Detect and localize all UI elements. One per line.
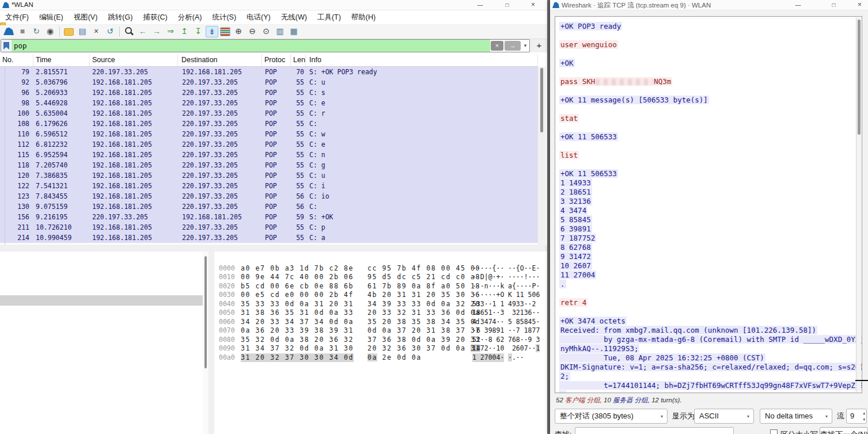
packet-row[interactable]: 985.446928192.168.181.205220.197.33.205P… xyxy=(0,98,538,108)
menu-go[interactable]: 跳转(G) xyxy=(103,10,138,25)
packet-row[interactable]: 925.036796192.168.181.205220.197.33.205P… xyxy=(0,77,538,87)
hex-row[interactable]: 009031 34 37 32 0d 0a 31 3020 32 36 30 3… xyxy=(214,336,546,345)
maximize-icon[interactable]: □ xyxy=(494,0,520,10)
menu-analyze[interactable]: 分析(A) xyxy=(173,10,207,25)
hex-row[interactable]: 005031 38 36 35 31 0d 0a 3320 33 32 31 3… xyxy=(214,300,546,309)
filter-clear-icon[interactable]: × xyxy=(491,41,503,51)
delta-times-select[interactable]: No delta times ▾ xyxy=(760,409,832,424)
hex-row[interactable]: 001000 9e 44 7c 40 00 2b 0695 d5 dc c5 2… xyxy=(214,264,546,273)
case-sensitive-checkbox[interactable] xyxy=(770,429,778,434)
hex-row[interactable]: 0000a0 e7 0b a3 1d 7b c2 8ecc 95 7b 4f 0… xyxy=(214,255,546,264)
column-time[interactable]: Time xyxy=(33,54,90,66)
title-bar[interactable]: *WLAN — □ × xyxy=(0,0,547,10)
zoom-original-icon[interactable]: ⊙ xyxy=(260,26,272,37)
packet-row[interactable]: 1106.596512192.168.181.205220.197.33.205… xyxy=(0,129,538,139)
hex-row[interactable]: 00a031 20 32 37 30 30 34 0d0a 2e 0d 0a1 … xyxy=(214,344,546,353)
vertical-splitter[interactable] xyxy=(209,252,214,434)
detail-row[interactable]: >Ethernet II, Src: c2:8e:cc:95:7b:4f (c2… xyxy=(0,264,203,275)
detail-row[interactable]: 4 3474\r\n xyxy=(0,347,203,357)
go-last-packet-icon[interactable]: ↧ xyxy=(192,26,204,37)
minimize-icon[interactable]: — xyxy=(467,0,493,10)
scrollbar-thumb[interactable] xyxy=(540,68,543,132)
menu-view[interactable]: 视图(V) xyxy=(69,10,103,25)
column-info[interactable]: Info xyxy=(306,54,538,66)
colorize-icon[interactable] xyxy=(220,27,230,36)
find-next-button[interactable]: 查找下一个(N) xyxy=(820,427,868,434)
reload-file-icon[interactable]: ↺ xyxy=(104,26,116,37)
filter-apply-icon[interactable]: → xyxy=(505,41,521,51)
detail-row[interactable]: 8 62768\r\n xyxy=(0,389,203,399)
packet-row[interactable]: 1126.812232192.168.181.205220.197.33.205… xyxy=(0,139,538,150)
packet-row[interactable]: 21110.726210192.168.181.205220.197.33.20… xyxy=(0,222,538,233)
stream-content[interactable]: +OK POP3 ready user wenguioo +OK pass SK… xyxy=(555,16,862,393)
packet-row[interactable]: 1086.179626192.168.181.205220.197.33.205… xyxy=(0,119,538,129)
close-file-icon[interactable]: × xyxy=(90,26,103,37)
scrollbar-thumb[interactable] xyxy=(858,20,861,135)
stream-scrollbar[interactable] xyxy=(856,17,861,392)
packet-row[interactable]: 1309.075159192.168.181.205220.197.33.205… xyxy=(0,201,538,212)
go-first-packet-icon[interactable]: ↥ xyxy=(178,26,191,37)
packet-row[interactable]: 1569.216195220.197.33.205192.168.181.205… xyxy=(0,212,538,222)
filter-dropdown-icon[interactable]: ▾ xyxy=(521,40,529,52)
layout-icon[interactable]: ▦ xyxy=(287,26,300,37)
packet-row[interactable]: 965.206933192.168.181.205220.197.33.205P… xyxy=(0,87,538,98)
horizontal-splitter[interactable] xyxy=(0,245,547,252)
conversation-select[interactable]: 整个对话 (3805 bytes) ▾ xyxy=(555,409,668,424)
detail-row[interactable]: .\r\n xyxy=(0,430,203,434)
packet-row[interactable]: 1227.541321192.168.181.205220.197.33.205… xyxy=(0,181,538,191)
open-file-icon[interactable] xyxy=(64,28,74,36)
hex-row[interactable]: 008035 32 0d 0a 38 20 36 3237 36 38 0d 0… xyxy=(214,326,546,336)
packet-row[interactable]: 1237.843455192.168.181.205220.197.33.205… xyxy=(0,191,538,201)
column-source[interactable]: Source xyxy=(90,54,178,66)
menu-statistics[interactable]: 统计(S) xyxy=(207,10,241,25)
detail-row[interactable]: 9 31472\r\n xyxy=(0,399,203,409)
detail-row[interactable]: 5 85845\r\n xyxy=(0,357,203,368)
stop-capture-icon[interactable]: ■ xyxy=(16,26,29,37)
detail-row[interactable]: vPost Office Protocol xyxy=(0,295,203,306)
detail-row[interactable]: 1 14933\r\n xyxy=(0,316,203,326)
display-filter-input[interactable] xyxy=(12,40,490,52)
packet-row[interactable]: 1156.952594192.168.181.205220.197.33.205… xyxy=(0,150,538,160)
show-as-select[interactable]: ASCII ▾ xyxy=(694,409,754,424)
hex-row[interactable]: 006034 20 33 34 37 34 0d 0a35 20 38 35 3… xyxy=(214,309,546,318)
column-no[interactable]: No. xyxy=(0,54,33,66)
detail-row[interactable]: 6 39891\r\n xyxy=(0,368,203,378)
packet-row[interactable]: 21410.990459192.168.181.205220.197.33.20… xyxy=(0,233,538,243)
close-icon[interactable]: × xyxy=(847,0,868,10)
resize-columns-icon[interactable]: ▥ xyxy=(274,26,286,37)
start-capture-icon[interactable] xyxy=(3,27,14,36)
column-length[interactable]: Len xyxy=(291,54,306,66)
hex-row[interactable]: 0020b5 cd 00 6e cb 0e 88 6b61 7b 89 0a 8… xyxy=(214,273,546,282)
hex-row[interactable]: 004035 33 33 0d 0a 31 20 3134 39 33 33 0… xyxy=(214,291,546,300)
packet-row[interactable]: 1005.635004192.168.181.205220.197.33.205… xyxy=(0,108,538,119)
maximize-icon[interactable]: □ xyxy=(821,0,847,10)
minimize-icon[interactable]: — xyxy=(785,0,811,10)
stream-number-stepper[interactable]: 9 ▴▾ xyxy=(846,409,867,424)
detail-row[interactable]: >Transmission Control Protocol, Src Port… xyxy=(0,285,203,295)
filter-bookmark-icon[interactable] xyxy=(1,40,12,52)
capture-options-icon[interactable]: ◉ xyxy=(44,26,56,37)
column-protocol[interactable]: Protoc xyxy=(262,54,291,66)
packet-row[interactable]: 1187.205740192.168.181.205220.197.33.205… xyxy=(0,160,538,170)
menu-telephony[interactable]: 电话(Y) xyxy=(241,10,276,25)
packet-row[interactable]: 1207.386835192.168.181.205220.197.33.205… xyxy=(0,170,538,181)
column-destination[interactable]: Destination xyxy=(178,54,262,66)
close-icon[interactable]: × xyxy=(520,0,546,10)
detail-row[interactable]: >Internet Protocol Version 4, Src: 220.1… xyxy=(0,275,203,285)
packet-row[interactable]: 792.815571220.197.33.205192.168.181.205P… xyxy=(0,67,538,77)
details-scrollbar[interactable] xyxy=(203,252,209,434)
find-packet-icon[interactable] xyxy=(123,26,135,37)
find-input[interactable] xyxy=(575,427,734,434)
title-bar[interactable]: Wireshark · 追踪 TCP 流 (tcp.stream eq 9) ·… xyxy=(550,0,868,10)
detail-row[interactable]: 10 2607\r\n xyxy=(0,409,203,420)
menu-tools[interactable]: 工具(T) xyxy=(312,10,346,25)
hex-row[interactable]: 00700a 36 20 33 39 38 39 310d 0a 37 20 3… xyxy=(214,318,546,327)
zoom-out-icon[interactable]: ⊖ xyxy=(246,26,259,37)
restart-capture-icon[interactable]: ↻ xyxy=(30,26,43,37)
menu-wireless[interactable]: 无线(W) xyxy=(276,10,312,25)
hex-row[interactable]: 003000 e5 cd e0 00 00 2b 4f4b 20 31 31 2… xyxy=(214,282,546,291)
detail-row[interactable]: 2 18651\r\n xyxy=(0,326,203,337)
zoom-in-icon[interactable]: ⊕ xyxy=(232,26,245,37)
stepper-arrows-icon[interactable]: ▴▾ xyxy=(863,410,865,422)
scrollbar-thumb[interactable] xyxy=(204,256,207,368)
